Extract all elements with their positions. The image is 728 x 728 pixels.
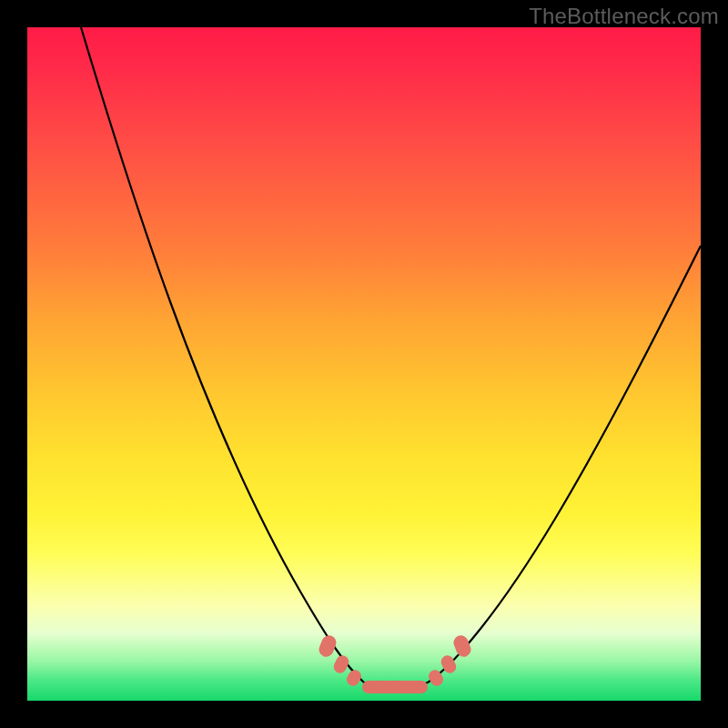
watermark-text: TheBottleneck.com <box>529 4 719 29</box>
chart-frame: TheBottleneck.com <box>0 0 728 728</box>
curve-left-branch <box>81 27 364 682</box>
left-marker-2 <box>331 653 350 675</box>
valley-bar <box>362 681 428 693</box>
right-marker-3 <box>451 633 473 659</box>
curve-right-branch <box>428 246 701 682</box>
left-marker-3 <box>344 668 363 689</box>
left-marker-1 <box>317 633 339 659</box>
curve-svg <box>27 27 701 701</box>
plot-area <box>27 27 701 701</box>
